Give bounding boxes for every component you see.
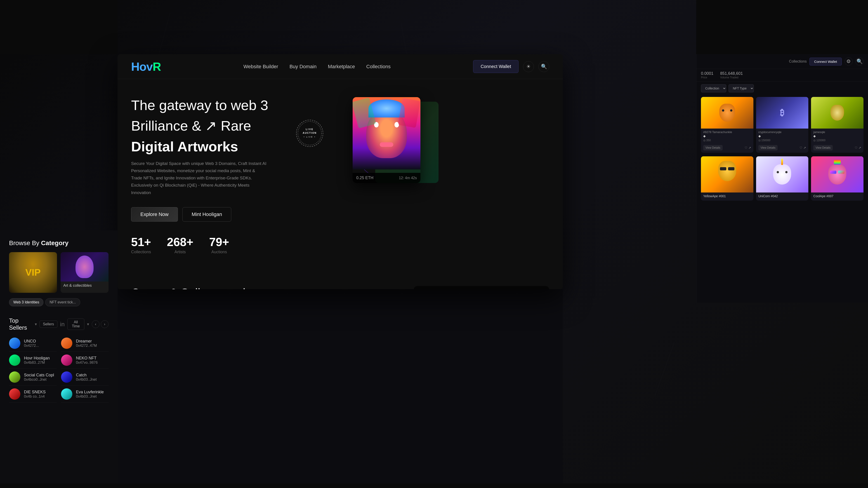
seller-row-5: Social Cats Copl 0x4bco0..Jnet [9,369,57,386]
seller-row-1: UNCO 0x4272... [9,335,57,352]
nft-card-unicorn[interactable]: UniCorn #042 [756,156,809,201]
time-filter-button[interactable]: All Time [67,319,84,330]
view-details-3-button[interactable]: View Details [813,145,833,151]
nft-volume-label: Volume Traded [720,76,743,79]
chevron-down-icon: ▾ [35,322,37,327]
category-grid: VIP Memberships ... Art & collectibles [0,252,118,298]
nft-card-main[interactable]: 0.25 ETH 12: 4m 42s [352,97,421,183]
category-card-art[interactable]: Art & collectibles [61,252,108,293]
logo-text: H [131,60,140,73]
cool-ape-bg [811,156,864,193]
nft-card-yellow-ape[interactable]: YellowApe #001 [701,156,753,201]
seller-7-amount: 0x4b co..1n4 [24,394,46,398]
stat-collections-num: 51+ [131,235,151,249]
view-details-2-button[interactable]: View Details [758,145,778,151]
seller-8-avatar [61,388,72,400]
seller-1-name: UNCO [24,339,39,344]
nft-type-filter[interactable]: NFT Type [728,84,754,92]
seller-4-amount: 0x47vo..9876 [76,361,98,365]
theme-toggle-button[interactable]: ☀ [523,61,534,72]
stat-collections-label: Collections [131,250,151,254]
svg-text:• LIVE •: • LIVE • [304,136,316,138]
cool-ape-footer: CoolApe #007 [811,193,864,201]
art-figure [75,256,94,278]
stat-auctions: 79+ Auctions [209,235,229,254]
nft-card-cool-ape[interactable]: CoolApe #007 [811,156,864,201]
collection-filter[interactable]: Collection [701,84,726,92]
nav-website-builder[interactable]: Website Builder [243,64,278,70]
art-card-bg [61,252,108,282]
seller-6-avatar [61,371,72,383]
nft-nav-collections[interactable]: Collections [789,59,807,64]
seller-4-avatar [61,355,72,366]
nav-buy-domain[interactable]: Buy Domain [289,64,317,70]
nav-marketplace[interactable]: Marketplace [328,64,355,70]
nft-card-3-actions: View Details ♡ ↗ [811,144,864,153]
next-arrow[interactable]: › [101,320,108,328]
nft-card-james[interactable]: jamesqle ◆ ◎ 120000 View Details ♡ ↗ [811,97,864,153]
seller-4-name: NEKO NFT [76,356,98,361]
nft-card-tamarachunkle[interactable]: #9278 Tamarachunkle ◆ ◎ 350 View Details… [701,97,753,153]
seller-row-2: Dreamer 0x4272..47M [61,335,108,352]
seller-row-4: NEKO NFT 0x47vo..9876 [61,352,108,369]
nft-search-button[interactable]: 🔍 [855,57,864,66]
nft-volume-value: 851,648,601 [720,71,743,76]
mint-hooligan-button[interactable]: Mint Hooligan [182,207,231,222]
seller-5-info: Social Cats Copl 0x4bco0..Jnet [24,373,54,382]
prev-arrow[interactable]: ‹ [92,320,99,328]
explore-now-button[interactable]: Explore Now [131,207,178,222]
nft-stat-price: 0.0001 Price [701,71,713,79]
settings-icon: ⚙ [846,59,851,64]
unicorn-image [756,156,809,193]
main-browser-window: HovR Website Builder Buy Domain Marketpl… [118,54,563,289]
like-icon-1: ♡ ↗ [745,146,751,150]
connect-wallet-button[interactable]: Connect Wallet [473,60,519,73]
seller-2-avatar [61,337,72,349]
hero-nft-showcase: 0.25 ETH 12: 4m 42s LIVE AUCTION • LIVE … [289,97,434,210]
category-header-pre: Browse By [9,239,39,247]
auction-ring-svg: LIVE AUCTION • LIVE • [297,120,323,147]
nft-settings-button[interactable]: ⚙ [844,57,852,66]
view-details-1-button[interactable]: View Details [703,145,723,151]
nft-card-crypto[interactable]: ₿ cryptocurrencyqle ◆ ◎ 150000 View Deta… [756,97,809,153]
stat-auctions-label: Auctions [209,250,229,254]
nft-card-3-price: ◎ 120000 [813,139,861,142]
nft-filters: Collection NFT Type [696,82,868,95]
seller-row-7: DIE SNEKS 0x4b co..1n4 [9,386,57,402]
sellers-in-label: in [60,321,65,328]
seller-row-3: Hovr Hooligan 0x4b83..27M [9,352,57,369]
chevron-down-icon-2: ▾ [87,322,89,327]
video-card[interactable]: How NFT's will change our lives 🕐 Watch … [414,286,549,289]
search-button[interactable]: 🔍 [538,61,549,72]
hero-buttons: Explore Now Mint Hooligan [131,207,289,222]
cat-tab-web3[interactable]: Web 3 Identities [9,298,43,306]
nft-card-1-name: ◆ [703,134,751,138]
corner-overlay-tr [696,0,868,54]
seller-7-avatar [9,388,20,400]
corner-overlay-tl [0,0,118,54]
sellers-filter-button[interactable]: Sellers [39,321,57,328]
nav-collections[interactable]: Collections [366,64,391,70]
seller-8-name: Eva Luvferinkle [76,390,104,394]
nft-card-3-name: ◆ [813,134,861,138]
nft-connect-wallet-button[interactable]: Connect Wallet [809,58,842,66]
sellers-list: UNCO 0x4272... Dreamer 0x4272..47M Hovr … [0,335,118,402]
unicorn-body [773,164,791,185]
seller-2-amount: 0x4272..47M [76,344,97,348]
stat-collections: 51+ Collections [131,235,151,254]
cat-tab-nft-events[interactable]: NFT event tick... [45,298,80,306]
stat-auctions-num: 79+ [209,235,229,249]
nft-price-value: 0.0001 [701,71,713,76]
seller-1-amount: 0x4272... [24,344,39,348]
crypto-img: ₿ [756,97,809,129]
hero-section: The gateway to web 3 Brilliance & ↗ Rare… [118,79,563,268]
cool-ape-name: CoolApe #007 [813,194,861,198]
category-card-memberships[interactable]: VIP Memberships ... [9,252,57,293]
nav-arrows: ‹ › [92,320,108,328]
yellow-ape-footer: YellowApe #001 [701,193,753,201]
category-tabs: Web 3 Identities NFT event tick... [0,298,118,312]
cool-ape-body [828,164,846,185]
nft-stat-volume: 851,648,601 Volume Traded [720,71,743,79]
create-sell-section: Create & Sell your unique web3 domains E… [118,268,563,289]
seller-row-8: Eva Luvferinkle 0x4b03..Jnet [61,386,108,402]
